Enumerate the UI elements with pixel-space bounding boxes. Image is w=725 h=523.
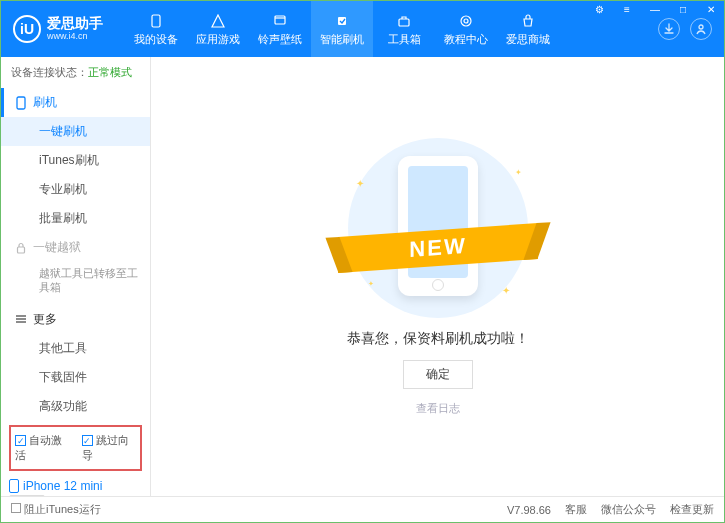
nav-label: 智能刷机 bbox=[320, 32, 364, 47]
footer: 阻止iTunes运行 V7.98.66 客服 微信公众号 检查更新 bbox=[1, 496, 724, 522]
flash-sub-item[interactable]: 一键刷机 bbox=[1, 117, 150, 146]
user-icon[interactable] bbox=[690, 18, 712, 40]
nav-label: 爱思商城 bbox=[506, 32, 550, 47]
status-label: 设备连接状态： bbox=[11, 66, 88, 78]
nav-toolbox[interactable]: 工具箱 bbox=[373, 1, 435, 57]
nav-my-device[interactable]: 我的设备 bbox=[125, 1, 187, 57]
flash-sub-item[interactable]: iTunes刷机 bbox=[1, 146, 150, 175]
nav-store[interactable]: 爱思商城 bbox=[497, 1, 559, 57]
device-info[interactable]: iPhone 12 mini 64GB Down-12mini-13,1 bbox=[9, 479, 142, 496]
svg-rect-3 bbox=[399, 19, 409, 26]
settings-icon[interactable]: ⚙ bbox=[585, 0, 613, 18]
nav-label: 工具箱 bbox=[388, 32, 421, 47]
nav-my-device-icon bbox=[147, 12, 165, 30]
status-value: 正常模式 bbox=[88, 66, 132, 78]
nav-label: 铃声壁纸 bbox=[258, 32, 302, 47]
svg-rect-1 bbox=[275, 16, 285, 24]
skip-wizard-checkbox[interactable]: ✓跳过向导 bbox=[82, 433, 137, 463]
sidebar: 设备连接状态：正常模式 刷机 一键刷机iTunes刷机专业刷机批量刷机 一键越狱… bbox=[1, 57, 151, 496]
nav-apps-icon bbox=[209, 12, 227, 30]
wechat-link[interactable]: 微信公众号 bbox=[601, 502, 656, 517]
close-icon[interactable]: ✕ bbox=[697, 0, 725, 18]
check-update-link[interactable]: 检查更新 bbox=[670, 502, 714, 517]
success-message: 恭喜您，保资料刷机成功啦！ bbox=[347, 330, 529, 348]
nav-store-icon bbox=[519, 12, 537, 30]
brand: iU 爱思助手 www.i4.cn bbox=[5, 15, 125, 43]
svg-rect-0 bbox=[152, 15, 160, 27]
more-icon bbox=[15, 313, 27, 325]
nav-bar: 我的设备应用游戏铃声壁纸智能刷机工具箱教程中心爱思商城 bbox=[125, 1, 658, 57]
nav-toolbox-icon bbox=[395, 12, 413, 30]
svg-rect-8 bbox=[18, 247, 25, 253]
section-flash-title: 刷机 bbox=[33, 94, 57, 111]
window-controls: ⚙ ≡ — □ ✕ bbox=[585, 0, 725, 18]
section-jailbreak: 一键越狱 bbox=[1, 233, 150, 262]
nav-tutorials[interactable]: 教程中心 bbox=[435, 1, 497, 57]
brand-title: 爱思助手 bbox=[47, 16, 103, 31]
nav-flash[interactable]: 智能刷机 bbox=[311, 1, 373, 57]
svg-point-5 bbox=[464, 19, 468, 23]
nav-apps[interactable]: 应用游戏 bbox=[187, 1, 249, 57]
svg-point-4 bbox=[461, 16, 471, 26]
more-sub-item[interactable]: 高级功能 bbox=[1, 392, 150, 421]
nav-label: 我的设备 bbox=[134, 32, 178, 47]
customer-service-link[interactable]: 客服 bbox=[565, 502, 587, 517]
svg-rect-7 bbox=[17, 97, 25, 109]
jailbreak-note: 越狱工具已转移至工具箱 bbox=[1, 262, 150, 305]
options-highlight-box: ✓自动激活 ✓跳过向导 bbox=[9, 425, 142, 471]
ok-button[interactable]: 确定 bbox=[403, 360, 473, 389]
nav-ringtones[interactable]: 铃声壁纸 bbox=[249, 1, 311, 57]
auto-activate-checkbox[interactable]: ✓自动激活 bbox=[15, 433, 70, 463]
section-more-title: 更多 bbox=[33, 311, 57, 328]
section-more[interactable]: 更多 bbox=[1, 305, 150, 334]
section-flash[interactable]: 刷机 bbox=[1, 88, 150, 117]
download-icon[interactable] bbox=[658, 18, 680, 40]
more-sub-item[interactable]: 下载固件 bbox=[1, 363, 150, 392]
device-icon bbox=[9, 479, 19, 493]
brand-logo-icon: iU bbox=[13, 15, 41, 43]
nav-label: 教程中心 bbox=[444, 32, 488, 47]
block-itunes-label: 阻止iTunes运行 bbox=[24, 503, 101, 515]
flash-sub-item[interactable]: 批量刷机 bbox=[1, 204, 150, 233]
minimize-icon[interactable]: — bbox=[641, 0, 669, 18]
nav-flash-icon bbox=[333, 12, 351, 30]
main-content: NEW ✦ ✦ ✦ ✦ 恭喜您，保资料刷机成功啦！ 确定 查看日志 bbox=[151, 57, 724, 496]
block-itunes-checkbox[interactable]: 阻止iTunes运行 bbox=[11, 502, 101, 517]
section-jailbreak-title: 一键越狱 bbox=[33, 239, 81, 256]
flash-sub-item[interactable]: 专业刷机 bbox=[1, 175, 150, 204]
maximize-icon[interactable]: □ bbox=[669, 0, 697, 18]
version-label: V7.98.66 bbox=[507, 504, 551, 516]
device-name: iPhone 12 mini bbox=[23, 479, 102, 493]
success-illustration: NEW ✦ ✦ ✦ ✦ bbox=[348, 138, 528, 318]
more-sub-item[interactable]: 其他工具 bbox=[1, 334, 150, 363]
svg-point-6 bbox=[699, 25, 703, 29]
brand-subtitle: www.i4.cn bbox=[47, 32, 103, 42]
phone-icon bbox=[15, 97, 27, 109]
nav-tutorials-icon bbox=[457, 12, 475, 30]
menu-icon[interactable]: ≡ bbox=[613, 0, 641, 18]
connection-status: 设备连接状态：正常模式 bbox=[1, 57, 150, 88]
view-log-link[interactable]: 查看日志 bbox=[416, 401, 460, 416]
nav-label: 应用游戏 bbox=[196, 32, 240, 47]
lock-icon bbox=[15, 242, 27, 254]
nav-ringtones-icon bbox=[271, 12, 289, 30]
